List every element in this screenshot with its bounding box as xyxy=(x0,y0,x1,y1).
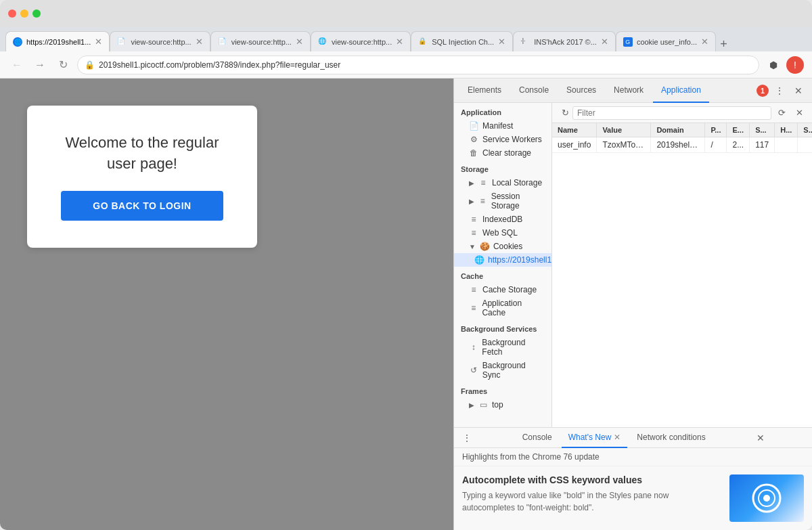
error-button[interactable]: ! xyxy=(786,56,804,74)
tab-label-5: INS'hAck 2017 ©... xyxy=(534,38,597,46)
whats-new-label: What's New xyxy=(568,433,612,442)
devtools-bottom-panel: ⋮ Console What's New ✕ Network condition… xyxy=(454,427,812,530)
sidebar-item-service-workers[interactable]: ⚙ Service Workers xyxy=(454,133,551,146)
websql-icon: ≡ xyxy=(469,228,478,238)
refresh-button[interactable]: ↻ xyxy=(54,56,72,74)
bottom-tab-whats-new[interactable]: What's New ✕ xyxy=(562,428,628,448)
page-content: Welcome to the regular user page! GO BAC… xyxy=(0,79,453,530)
tab-1[interactable]: 📄 view-source:http... ✕ xyxy=(110,31,210,51)
sidebar-item-cache-storage[interactable]: ≡ Cache Storage xyxy=(454,283,551,296)
new-tab-button[interactable]: + xyxy=(716,37,731,51)
tab-sources[interactable]: Sources xyxy=(558,79,604,103)
whats-new-text-area: Autocomplete with CSS keyword values Typ… xyxy=(462,474,721,514)
minimize-button[interactable] xyxy=(20,9,28,18)
cookie-url-icon: 🌐 xyxy=(474,255,484,265)
cell-expires: 2... xyxy=(727,137,750,153)
main-area: Welcome to the regular user page! GO BAC… xyxy=(0,79,812,530)
tab-network[interactable]: Network xyxy=(606,79,652,103)
filter-icons: ⟳ ✕ xyxy=(774,106,807,120)
back-button[interactable]: ← xyxy=(8,56,26,74)
tab-label-1: view-source:http... xyxy=(131,38,191,46)
tab-close-5[interactable]: ✕ xyxy=(601,37,608,47)
col-httponly[interactable]: H... xyxy=(775,123,798,137)
devtools-more-button[interactable]: ⋮ xyxy=(771,83,788,99)
welcome-title: Welcome to the regular user page! xyxy=(61,133,223,175)
section-frames: Frames xyxy=(454,382,551,398)
bottom-tab-console[interactable]: Console xyxy=(516,428,559,448)
tab-close-4[interactable]: ✕ xyxy=(498,37,505,47)
table-row[interactable]: user_info TzoxMToicGVy... 2019shell1.pi.… xyxy=(552,137,812,153)
forward-button[interactable]: → xyxy=(31,56,49,74)
sidebar-item-bg-sync[interactable]: ↺ Background Sync xyxy=(454,359,551,382)
cell-size: 117 xyxy=(750,137,775,153)
cache-storage-icon: ≡ xyxy=(469,285,478,294)
col-expires[interactable]: E... xyxy=(727,123,750,137)
go-back-to-login-button[interactable]: GO BACK TO LOGIN xyxy=(61,191,223,221)
bottom-menu-button[interactable]: ⋮ xyxy=(459,430,474,445)
sidebar-item-app-cache[interactable]: ≡ Application Cache xyxy=(454,296,551,319)
filter-clear-button[interactable]: ⟳ xyxy=(774,106,789,120)
col-name[interactable]: Name xyxy=(552,123,597,137)
close-button[interactable] xyxy=(8,9,16,18)
tab-3[interactable]: 🌐 view-source:http... ✕ xyxy=(311,31,411,51)
tab-4[interactable]: 🔒 SQL Injection Ch... ✕ xyxy=(411,31,513,51)
col-path[interactable]: P... xyxy=(705,123,727,137)
sidebar-item-cookies[interactable]: ▼ 🍪 Cookies xyxy=(454,240,551,253)
cell-value: TzoxMToicGVy... xyxy=(597,137,651,153)
col-value[interactable]: Value xyxy=(597,123,651,137)
bg-fetch-label: Background Fetch xyxy=(482,338,545,357)
bottom-tabs-bar: ⋮ Console What's New ✕ Network condition… xyxy=(454,428,812,448)
tab-close-2[interactable]: ✕ xyxy=(296,37,303,47)
filter-input[interactable] xyxy=(572,106,771,120)
manifest-label: Manifest xyxy=(482,121,513,131)
devtools-toolbar-icons: 1 ⋮ ✕ xyxy=(757,83,807,99)
tab-close-6[interactable]: ✕ xyxy=(701,37,708,47)
tab-application[interactable]: Application xyxy=(653,79,709,103)
tab-active[interactable]: 🌐 https://2019shell1... ✕ xyxy=(5,31,110,51)
filter-close-button[interactable]: ✕ xyxy=(792,106,807,120)
tab-close-icon[interactable]: ✕ xyxy=(95,37,102,47)
sidebar-item-indexeddb[interactable]: ≡ IndexedDB xyxy=(454,213,551,226)
whats-new-card: Autocomplete with CSS keyword values Typ… xyxy=(454,466,812,530)
tab-console[interactable]: Console xyxy=(511,79,557,103)
tab-elements[interactable]: Elements xyxy=(459,79,510,103)
bottom-tab-network-conditions[interactable]: Network conditions xyxy=(630,428,712,448)
devtools-close-button[interactable]: ✕ xyxy=(790,83,807,99)
col-secure[interactable]: S... xyxy=(798,123,812,137)
sidebar-item-top-frame[interactable]: ▶ ▭ top xyxy=(454,398,551,412)
error-badge: 1 xyxy=(757,85,769,97)
sidebar-item-cookie-url[interactable]: 🌐 https://2019shell1.p xyxy=(454,253,551,267)
tab-5[interactable]: ·|· INS'hAck 2017 ©... ✕ xyxy=(513,31,616,51)
tab-label-3: view-source:http... xyxy=(332,38,392,46)
bottom-close-button[interactable]: ✕ xyxy=(753,430,768,445)
section-application: Application xyxy=(454,103,551,119)
sidebar-item-local-storage[interactable]: ▶ ≡ Local Storage xyxy=(454,176,551,190)
tabs-bar: 🌐 https://2019shell1... ✕ 📄 view-source:… xyxy=(0,27,812,51)
tab-close-1[interactable]: ✕ xyxy=(196,37,203,47)
sidebar-item-bg-fetch[interactable]: ↕ Background Fetch xyxy=(454,336,551,359)
tab-favicon-6: G xyxy=(623,37,633,47)
whats-new-close-icon[interactable]: ✕ xyxy=(614,433,621,442)
whats-new-desc: Typing a keyword value like "bold" in th… xyxy=(462,489,721,514)
sidebar-item-clear-storage[interactable]: 🗑 Clear storage xyxy=(454,146,551,160)
refresh-filter-button[interactable]: ↻ xyxy=(558,106,572,120)
col-size[interactable]: S... xyxy=(750,123,775,137)
col-domain[interactable]: Domain xyxy=(651,123,705,137)
maximize-button[interactable] xyxy=(32,9,41,18)
devtools-sidebar: Application 📄 Manifest ⚙ Service Workers… xyxy=(454,103,552,427)
tab-close-3[interactable]: ✕ xyxy=(396,37,403,47)
url-bar[interactable]: 🔒 2019shell1.picoctf.com/problem/37889/i… xyxy=(77,56,759,74)
browser-window: 🌐 https://2019shell1... ✕ 📄 view-source:… xyxy=(0,0,812,530)
tab-label: https://2019shell1... xyxy=(26,38,91,46)
sidebar-item-manifest[interactable]: 📄 Manifest xyxy=(454,119,551,133)
sidebar-item-session-storage[interactable]: ▶ ≡ Session Storage xyxy=(454,190,551,213)
extensions-button[interactable]: ⬢ xyxy=(765,56,782,74)
sidebar-item-websql[interactable]: ≡ Web SQL xyxy=(454,226,551,240)
bg-sync-label: Background Sync xyxy=(482,361,545,380)
toolbar-icons: ⬢ ! xyxy=(765,56,804,74)
tab-2[interactable]: 📄 view-source:http... ✕ xyxy=(210,31,311,51)
top-frame-icon: ▭ xyxy=(478,400,488,410)
service-workers-label: Service Workers xyxy=(482,135,542,144)
tab-favicon-5: ·|· xyxy=(520,37,530,47)
tab-6[interactable]: G cookie user_info... ✕ xyxy=(616,31,716,51)
